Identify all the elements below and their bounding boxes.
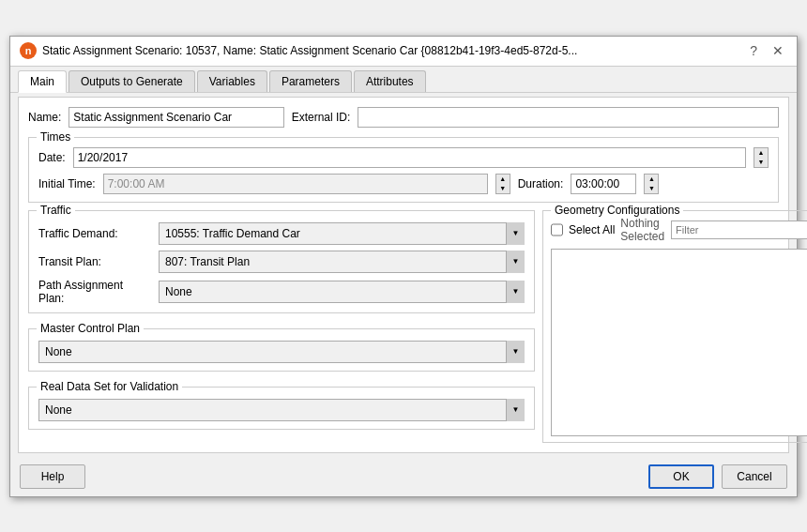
real-data-select[interactable]: None [38,399,525,421]
footer-right: OK Cancel [648,464,787,489]
tab-parameters[interactable]: Parameters [269,70,352,92]
help-button[interactable]: Help [20,464,85,489]
geometry-group: Geometry Configurations Select All Nothi… [542,210,807,443]
external-id-label: External ID: [292,111,351,124]
tab-outputs[interactable]: Outputs to Generate [69,70,195,92]
times-group: Times Date: ▲ ▼ Initial Time: ▲ ▼ Durati… [28,137,779,203]
date-label: Date: [38,151,66,164]
right-panel: Geometry Configurations Select All Nothi… [542,210,807,443]
name-input[interactable] [69,107,283,128]
times-group-label: Times [37,130,74,144]
transit-plan-label: Transit Plan: [38,255,151,268]
traffic-demand-label: Traffic Demand: [38,227,151,240]
date-down-button[interactable]: ▼ [754,158,768,167]
duration-down-button[interactable]: ▼ [645,184,658,193]
app-icon: n [20,42,37,59]
initial-time-up-button[interactable]: ▲ [496,175,510,184]
traffic-demand-select[interactable]: 10555: Traffic Demand Car [159,222,525,245]
traffic-group-label: Traffic [37,204,75,217]
left-panel: Traffic Traffic Demand: 10555: Traffic D… [28,210,535,443]
date-input[interactable] [73,147,746,168]
initial-time-down-button[interactable]: ▼ [496,184,510,193]
title-bar: n Static Assignment Scenario: 10537, Nam… [10,37,797,67]
tabs-bar: Main Outputs to Generate Variables Param… [10,67,797,93]
path-assignment-select[interactable]: None [159,281,525,303]
geometry-filter-input[interactable] [671,220,807,239]
date-up-button[interactable]: ▲ [754,148,768,158]
transit-plan-combo[interactable]: 807: Transit Plan ▼ [159,251,525,273]
transit-plan-row: Transit Plan: 807: Transit Plan ▼ [38,251,525,273]
duration-input[interactable] [571,174,636,194]
traffic-demand-combo[interactable]: 10555: Traffic Demand Car ▼ [159,222,525,245]
title-bar-left: n Static Assignment Scenario: 10537, Nam… [20,42,746,59]
master-control-combo-wrapper: None ▼ [38,341,525,363]
duration-label: Duration: [518,177,564,190]
nothing-selected-label: Nothing Selected [620,217,665,243]
geometry-header: Select All Nothing Selected [551,217,807,243]
select-all-label: Select All [569,223,615,236]
window-title: Static Assignment Scenario: 10537, Name:… [42,44,577,57]
master-control-combo[interactable]: None ▼ [38,341,525,363]
dialog: n Static Assignment Scenario: 10537, Nam… [9,36,798,497]
content-area: Name: External ID: Times Date: ▲ ▼ Initi… [18,97,789,453]
duration-up-button[interactable]: ▲ [645,175,658,184]
geometry-group-label: Geometry Configurations [551,204,683,217]
master-control-select[interactable]: None [38,341,525,363]
footer: Help OK Cancel [10,457,797,496]
name-row: Name: External ID: [28,107,779,128]
name-label: Name: [28,111,61,124]
real-data-label: Real Data Set for Validation [37,380,182,393]
master-control-label: Master Control Plan [37,322,144,335]
real-data-group: Real Data Set for Validation None ▼ [28,387,535,430]
path-assignment-row: Path Assignment Plan: None ▼ [38,279,525,305]
real-data-combo-wrapper: None ▼ [38,399,525,421]
traffic-demand-row: Traffic Demand: 10555: Traffic Demand Ca… [38,222,525,245]
initial-time-label: Initial Time: [38,177,96,190]
help-title-button[interactable]: ? [746,43,761,58]
traffic-group: Traffic Traffic Demand: 10555: Traffic D… [28,210,535,313]
times-date-row: Date: ▲ ▼ [38,147,769,168]
path-assignment-label: Path Assignment Plan: [38,279,151,305]
real-data-combo[interactable]: None ▼ [38,399,525,421]
initial-time-input[interactable] [103,174,488,194]
tab-variables[interactable]: Variables [197,70,267,92]
path-assignment-combo[interactable]: None ▼ [159,281,525,303]
select-all-checkbox[interactable] [551,223,563,236]
times-time-row: Initial Time: ▲ ▼ Duration: ▲ ▼ [38,174,769,194]
geometry-list [551,249,807,436]
main-columns: Traffic Traffic Demand: 10555: Traffic D… [28,210,779,443]
ok-button[interactable]: OK [648,464,714,489]
cancel-button[interactable]: Cancel [722,464,787,489]
external-id-input[interactable] [358,107,779,128]
title-bar-right: ? ✕ [746,43,787,58]
close-button[interactable]: ✕ [769,43,787,58]
tab-attributes[interactable]: Attributes [354,70,426,92]
master-control-group: Master Control Plan None ▼ [28,328,535,372]
tab-main[interactable]: Main [18,70,67,93]
transit-plan-select[interactable]: 807: Transit Plan [159,251,525,273]
